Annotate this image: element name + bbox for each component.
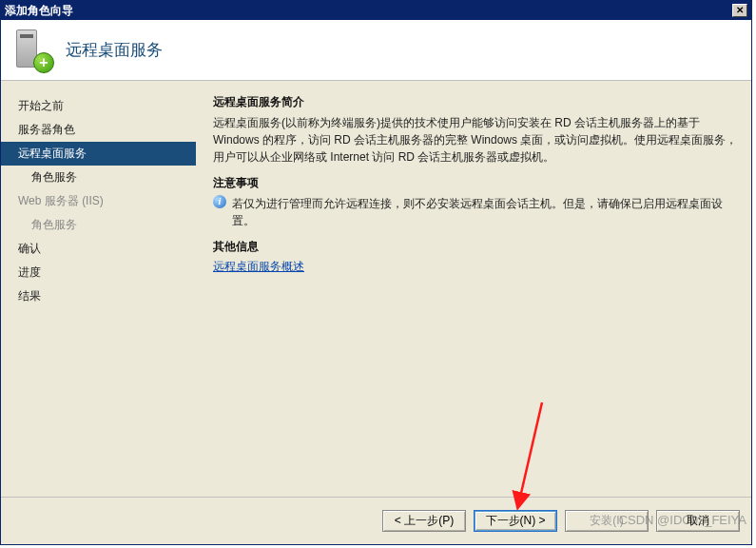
overview-link[interactable]: 远程桌面服务概述 <box>213 259 738 275</box>
content-pane: 远程桌面服务简介 远程桌面服务(以前称为终端服务)提供的技术使用户能够访问安装在… <box>196 81 751 497</box>
install-button: 安装(I) <box>565 510 649 532</box>
nav-role-services-rds[interactable]: 角色服务 <box>1 166 196 189</box>
header-banner: + 远程桌面服务 <box>1 20 751 81</box>
close-icon[interactable]: ✕ <box>732 4 747 17</box>
info-icon: i <box>213 195 226 208</box>
intro-heading: 远程桌面服务简介 <box>213 94 738 110</box>
intro-body: 远程桌面服务(以前称为终端服务)提供的技术使用户能够访问安装在 RD 会话主机服… <box>213 114 738 166</box>
nav-role-services-iis[interactable]: 角色服务 <box>1 213 196 237</box>
nav-remote-desktop-services[interactable]: 远程桌面服务 <box>1 142 196 166</box>
window-title: 添加角色向导 <box>5 3 73 19</box>
button-bar: < 上一步(P) 下一步(N) > 安装(I) 取消 <box>1 497 751 544</box>
back-button[interactable]: < 上一步(P) <box>382 510 466 532</box>
page-title: 远程桌面服务 <box>66 39 163 61</box>
nav-server-roles[interactable]: 服务器角色 <box>1 118 196 142</box>
cancel-button[interactable]: 取消 <box>656 510 740 532</box>
nav-web-server-iis[interactable]: Web 服务器 (IIS) <box>1 189 196 213</box>
next-button[interactable]: 下一步(N) > <box>474 510 557 532</box>
server-role-icon: + <box>12 28 54 73</box>
nav-confirm[interactable]: 确认 <box>1 237 196 261</box>
notes-heading: 注意事项 <box>213 175 738 191</box>
nav-before-you-begin[interactable]: 开始之前 <box>1 94 196 118</box>
nav-progress[interactable]: 进度 <box>1 261 196 284</box>
nav-results[interactable]: 结果 <box>1 284 196 308</box>
sidebar: 开始之前 服务器角色 远程桌面服务 角色服务 Web 服务器 (IIS) 角色服… <box>1 81 196 497</box>
wizard-body: 开始之前 服务器角色 远程桌面服务 角色服务 Web 服务器 (IIS) 角色服… <box>1 81 751 497</box>
wizard-window: 添加角色向导 ✕ + 远程桌面服务 开始之前 服务器角色 远程桌面服务 角色服务… <box>0 0 752 545</box>
titlebar: 添加角色向导 ✕ <box>1 1 751 20</box>
notes-body: 若仅为进行管理而允许远程连接，则不必安装远程桌面会话主机。但是，请确保已启用远程… <box>232 195 738 229</box>
other-heading: 其他信息 <box>213 239 738 255</box>
notes-row: i 若仅为进行管理而允许远程连接，则不必安装远程桌面会话主机。但是，请确保已启用… <box>213 195 738 229</box>
